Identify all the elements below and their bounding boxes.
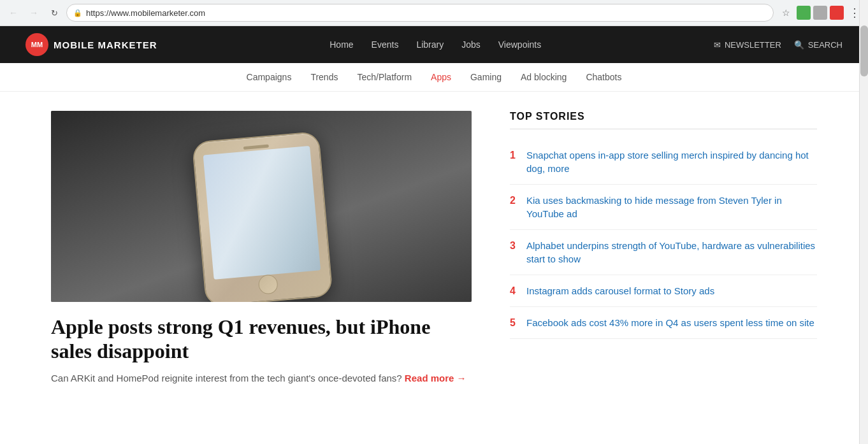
story-item-4: 4 Instagram adds carousel format to Stor…: [510, 275, 817, 307]
phone-body: [192, 131, 333, 302]
story-link-4[interactable]: Instagram adds carousel format to Story …: [526, 284, 714, 297]
read-more-text: Read more: [405, 373, 454, 383]
read-more-arrow: →: [456, 373, 466, 383]
subnav-campaigns[interactable]: Campaigns: [247, 72, 292, 82]
story-number-2: 2: [510, 194, 519, 206]
story-link-1[interactable]: Snapchat opens in-app store selling merc…: [526, 148, 817, 175]
article-excerpt: Can ARKit and HomePod reignite interest …: [51, 371, 472, 386]
nav-jobs[interactable]: Jobs: [461, 39, 481, 50]
browser-chrome: ← → ↻ 🔒 https://www.mobilemarketer.com ☆…: [0, 0, 868, 26]
story-item-1: 1 Snapchat opens in-app store selling me…: [510, 140, 817, 185]
story-link-3[interactable]: Alphabet underpins strength of YouTube, …: [526, 239, 817, 266]
subnav-tech-platform[interactable]: Tech/Platform: [357, 72, 412, 82]
nav-events[interactable]: Events: [372, 39, 399, 50]
phone-home-button: [257, 274, 278, 295]
site-header: MM MOBILE MARKETER Home Events Library J…: [0, 26, 868, 63]
newsletter-button[interactable]: ✉ NEWSLETTER: [714, 40, 781, 50]
top-stories-sidebar: TOP STORIES 1 Snapchat opens in-app stor…: [510, 111, 817, 385]
phone-speaker: [243, 145, 269, 150]
extension-icon-1[interactable]: [797, 6, 811, 20]
subnav-chatbots[interactable]: Chatbots: [586, 72, 621, 82]
forward-button[interactable]: →: [25, 4, 42, 21]
scrollbar[interactable]: [859, 0, 868, 405]
subnav-gaming[interactable]: Gaming: [470, 72, 502, 82]
nav-home[interactable]: Home: [329, 39, 353, 50]
website: MM MOBILE MARKETER Home Events Library J…: [0, 26, 868, 405]
star-icon: ☆: [782, 8, 790, 18]
browser-actions: ☆ ⋮: [778, 4, 863, 21]
address-bar[interactable]: 🔒 https://www.mobilemarketer.com: [66, 4, 774, 22]
story-item-5: 5 Facebook ads cost 43% more in Q4 as us…: [510, 307, 817, 339]
newsletter-label: NEWSLETTER: [725, 40, 781, 50]
url-text: https://www.mobilemarketer.com: [86, 8, 767, 18]
browser-toolbar: ← → ↻ 🔒 https://www.mobilemarketer.com ☆…: [0, 0, 868, 25]
bookmark-star-button[interactable]: ☆: [778, 4, 794, 21]
phone-mockup: [51, 111, 472, 302]
subnav-ad-blocking[interactable]: Ad blocking: [521, 72, 567, 82]
search-button[interactable]: 🔍 SEARCH: [794, 40, 843, 50]
header-actions: ✉ NEWSLETTER 🔍 SEARCH: [714, 40, 843, 50]
story-number-4: 4: [510, 284, 519, 297]
scrollbar-thumb[interactable]: [860, 25, 868, 76]
refresh-button[interactable]: ↻: [46, 4, 62, 21]
story-item-2: 2 Kia uses backmasking to hide message f…: [510, 185, 817, 230]
story-number-3: 3: [510, 239, 519, 252]
story-item-3: 3 Alphabet underpins strength of YouTube…: [510, 230, 817, 275]
phone-screen: [203, 146, 321, 280]
envelope-icon: ✉: [714, 40, 721, 50]
back-button[interactable]: ←: [5, 4, 22, 21]
story-link-5[interactable]: Facebook ads cost 43% more in Q4 as user…: [526, 316, 814, 329]
lock-icon: 🔒: [73, 9, 82, 17]
main-content: Apple posts strong Q1 revenues, but iPho…: [0, 92, 868, 405]
search-label: SEARCH: [808, 40, 843, 50]
top-stories-title: TOP STORIES: [510, 111, 817, 129]
site-name: MOBILE MARKETER: [54, 39, 157, 50]
story-link-2[interactable]: Kia uses backmasking to hide message fro…: [526, 194, 817, 220]
featured-image: [51, 111, 472, 302]
extension-icon-3[interactable]: [830, 6, 844, 20]
nav-library[interactable]: Library: [416, 39, 444, 50]
read-more-link[interactable]: Read more→: [405, 373, 467, 383]
excerpt-text: Can ARKit and HomePod reignite interest …: [51, 373, 402, 383]
article-title: Apple posts strong Q1 revenues, but iPho…: [51, 315, 472, 364]
featured-article: Apple posts strong Q1 revenues, but iPho…: [51, 111, 472, 385]
nav-viewpoints[interactable]: Viewpoints: [498, 39, 541, 50]
site-logo: MM MOBILE MARKETER: [25, 33, 157, 56]
story-number-5: 5: [510, 316, 519, 329]
main-nav: Home Events Library Jobs Viewpoints: [329, 39, 541, 50]
logo-circle: MM: [25, 33, 48, 56]
subnav-apps[interactable]: Apps: [431, 72, 451, 82]
sub-nav: Campaigns Trends Tech/Platform Apps Gami…: [0, 63, 868, 92]
story-number-1: 1: [510, 148, 519, 161]
search-icon: 🔍: [794, 40, 804, 50]
logo-initials: MM: [31, 41, 43, 48]
subnav-trends[interactable]: Trends: [310, 72, 338, 82]
extension-icon-2[interactable]: [813, 6, 827, 20]
